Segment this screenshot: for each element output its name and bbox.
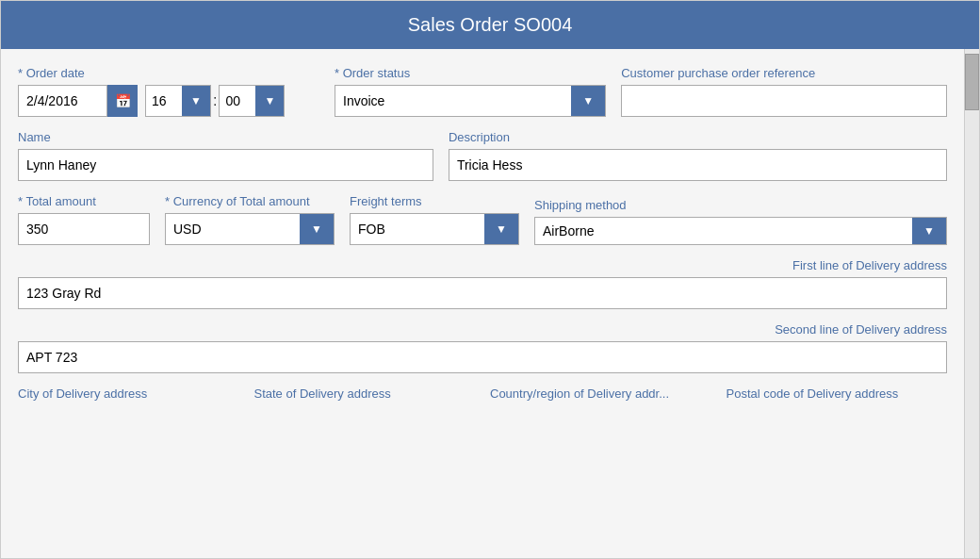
- order-status-group: Order status Invoice ▼: [335, 66, 606, 117]
- freight-terms-select[interactable]: FOB: [351, 214, 484, 244]
- form-container: Order date 📅 ▼ :: [1, 49, 964, 558]
- chevron-down-icon: ▼: [496, 222, 507, 236]
- calendar-icon: 📅: [115, 93, 131, 108]
- shipping-chevron-button[interactable]: ▼: [912, 218, 946, 244]
- order-status-chevron-button[interactable]: ▼: [571, 86, 605, 116]
- row-totals: Total amount Currency of Total amount US…: [18, 194, 947, 245]
- bottom-labels-row: City of Delivery address State of Delive…: [18, 386, 947, 404]
- postal-label: Postal code of Delivery address: [727, 386, 948, 401]
- currency-select[interactable]: USD: [166, 214, 300, 244]
- chevron-down-icon: ▼: [265, 94, 276, 107]
- scrollbar[interactable]: [964, 49, 979, 558]
- shipping-method-group: Shipping method AirBorne ▼: [534, 198, 947, 245]
- order-status-select[interactable]: Invoice: [335, 86, 571, 116]
- state-label: State of Delivery address: [254, 386, 476, 401]
- order-date-group: Order date 📅 ▼ :: [18, 66, 319, 117]
- scrollbar-thumb[interactable]: [965, 54, 979, 110]
- currency-label: Currency of Total amount: [165, 194, 335, 208]
- total-amount-label: Total amount: [18, 194, 150, 208]
- freight-select-wrapper: FOB ▼: [350, 213, 519, 245]
- minute-select-wrapper: ▼: [219, 85, 285, 117]
- shipping-method-select[interactable]: AirBorne: [535, 218, 912, 244]
- minute-input[interactable]: [220, 86, 255, 116]
- freight-terms-group: Freight terms FOB ▼: [350, 194, 519, 245]
- chevron-down-icon: ▼: [582, 94, 594, 107]
- name-label: Name: [18, 130, 433, 144]
- currency-group: Currency of Total amount USD ▼: [165, 194, 335, 245]
- purchase-ref-label: Customer purchase order reference: [621, 66, 947, 80]
- row-address-line2: Second line of Delivery address: [18, 322, 947, 373]
- address-line1-label: First line of Delivery address: [792, 258, 947, 272]
- order-status-select-wrapper: Invoice ▼: [335, 85, 606, 117]
- window-title: Sales Order SO004: [408, 14, 573, 35]
- purchase-ref-input[interactable]: [621, 85, 947, 117]
- address-line2-label: Second line of Delivery address: [775, 322, 947, 337]
- description-label: Description: [449, 130, 947, 144]
- address-line1-input[interactable]: [18, 277, 947, 309]
- sales-order-window: Sales Order SO004 Order date 📅: [0, 0, 980, 559]
- order-date-inputs: 📅 ▼ : ▼: [18, 85, 319, 117]
- freight-terms-label: Freight terms: [350, 194, 519, 208]
- name-group: Name: [18, 130, 433, 181]
- currency-chevron-button[interactable]: ▼: [300, 214, 334, 244]
- address-line2-input[interactable]: [18, 341, 947, 373]
- total-amount-input[interactable]: [18, 213, 150, 245]
- chevron-down-icon: ▼: [190, 94, 202, 107]
- currency-select-wrapper: USD ▼: [165, 213, 335, 245]
- hour-chevron-button[interactable]: ▼: [182, 86, 210, 116]
- freight-chevron-button[interactable]: ▼: [484, 214, 518, 244]
- name-input[interactable]: [18, 149, 433, 181]
- order-status-label: Order status: [335, 66, 606, 80]
- country-label: Country/region of Delivery addr...: [490, 386, 711, 401]
- shipping-select-wrapper: AirBorne ▼: [534, 217, 947, 245]
- description-group: Description: [449, 130, 947, 181]
- calendar-button[interactable]: 📅: [107, 85, 138, 117]
- description-input[interactable]: [449, 149, 947, 181]
- total-amount-group: Total amount: [18, 194, 150, 245]
- shipping-method-label: Shipping method: [534, 198, 947, 212]
- time-colon: :: [211, 92, 219, 109]
- date-input[interactable]: [18, 85, 107, 117]
- chevron-down-icon: ▼: [311, 222, 322, 236]
- city-label: City of Delivery address: [18, 386, 239, 401]
- hour-select-wrapper: ▼: [145, 85, 211, 117]
- row-address-line1: First line of Delivery address: [18, 258, 947, 309]
- row-name-description: Name Description: [18, 130, 947, 181]
- title-bar: Sales Order SO004: [1, 1, 979, 49]
- minute-chevron-button[interactable]: ▼: [255, 86, 284, 116]
- purchase-ref-group: Customer purchase order reference: [621, 66, 947, 117]
- row-order-date-status: Order date 📅 ▼ :: [18, 66, 947, 117]
- hour-input[interactable]: [146, 86, 182, 116]
- order-date-label: Order date: [18, 66, 319, 80]
- chevron-down-icon: ▼: [923, 224, 935, 238]
